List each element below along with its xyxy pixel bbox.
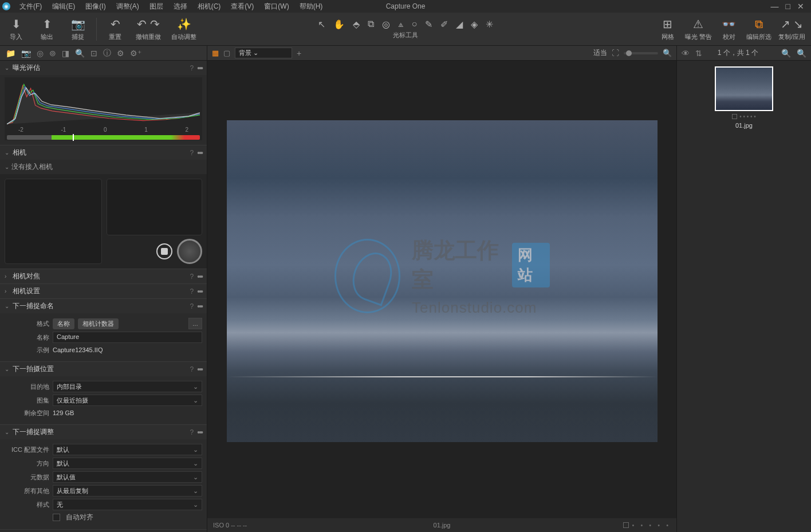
color-tag-icon[interactable] — [623, 522, 629, 528]
record-button[interactable] — [156, 243, 172, 259]
tab-exposure-icon[interactable]: ◨ — [62, 49, 69, 58]
brush-tool-icon[interactable]: ✎ — [425, 19, 432, 30]
zoom-slider[interactable] — [624, 52, 658, 54]
menu-select[interactable]: 选择 — [169, 1, 192, 13]
help-icon[interactable]: ? — [190, 428, 194, 436]
hand-tool-icon[interactable]: ✋ — [333, 19, 345, 30]
help-icon[interactable]: ? — [190, 273, 194, 281]
section-header[interactable]: ⌄ 相机 ? ••• — [0, 145, 207, 160]
exposure-bar[interactable] — [7, 135, 200, 140]
menu-image[interactable]: 图像(I) — [81, 1, 110, 13]
help-icon[interactable]: ? — [190, 365, 194, 373]
help-icon[interactable]: ? — [190, 149, 194, 157]
token-name[interactable]: 名称 — [53, 318, 74, 329]
orient-select[interactable]: 默认 — [53, 458, 202, 469]
minimize-icon[interactable]: — — [771, 2, 779, 11]
more-icon[interactable]: ••• — [197, 302, 202, 311]
menu-camera[interactable]: 相机(C) — [193, 1, 226, 13]
eraser-tool-icon[interactable]: ✐ — [440, 19, 448, 30]
icc-select[interactable]: 默认 — [53, 444, 202, 455]
tab-settings-icon[interactable]: ⚙ — [117, 49, 124, 58]
mask-tool-icon[interactable]: ◈ — [471, 19, 478, 30]
section-header[interactable]: ⌄ 曝光评估 ? ••• — [0, 61, 207, 75]
token-counter[interactable]: 相机计数器 — [78, 318, 119, 329]
import-button[interactable]: ⬇导入 — [6, 17, 26, 41]
menu-adjust[interactable]: 调整(A) — [112, 1, 144, 13]
crop-tool-icon[interactable]: ⧉ — [368, 19, 374, 30]
single-view-icon[interactable]: ▢ — [223, 49, 230, 57]
section-header[interactable]: › 相机对焦 ? ••• — [0, 269, 207, 283]
tab-color-icon[interactable]: ⊚ — [49, 49, 56, 58]
thumbnail-item[interactable]: • • • • • 01.jpg — [714, 66, 774, 129]
add-layer-icon[interactable]: + — [297, 49, 301, 58]
exposure-marker[interactable] — [73, 134, 74, 141]
menu-file[interactable]: 文件(F) — [15, 1, 46, 13]
collection-select[interactable]: 仅最近拍摄 — [53, 395, 202, 406]
section-header[interactable]: › 相机设置 ? ••• — [0, 284, 207, 298]
shape-tool-icon[interactable]: ○ — [412, 19, 418, 30]
section-header[interactable]: ⌄ 下一拍摄位置 ? ••• — [0, 362, 207, 376]
space-label: 剩余空间 — [5, 409, 49, 417]
menu-help[interactable]: 帮助(H) — [295, 1, 328, 13]
menu-edit[interactable]: 编辑(E) — [48, 1, 80, 13]
zoom-in-icon[interactable]: 🔍 — [663, 49, 672, 57]
help-icon[interactable]: ? — [190, 287, 194, 295]
more-icon[interactable]: ••• — [197, 272, 202, 281]
tab-details-icon[interactable]: ⊡ — [90, 49, 97, 58]
section-header[interactable]: ⌄ 下一捕捉命名 ? ••• — [0, 299, 207, 313]
style-select[interactable]: 无 — [53, 499, 202, 510]
help-icon[interactable]: ? — [190, 64, 194, 72]
tab-library-icon[interactable]: 📁 — [6, 49, 15, 58]
loading-icon[interactable]: ✳ — [486, 19, 493, 30]
pointer-tool-icon[interactable]: ↖ — [318, 19, 325, 30]
grid-view-icon[interactable]: ▦ — [212, 49, 219, 57]
capture-button[interactable]: 📷捕捉 — [68, 17, 88, 41]
keystone-tool-icon[interactable]: ⟁ — [398, 19, 404, 30]
more-icon[interactable]: ••• — [197, 64, 202, 73]
shutter-button[interactable] — [177, 239, 202, 264]
tab-info-icon[interactable]: ⓘ — [103, 48, 111, 58]
more-icon[interactable]: ••• — [197, 365, 202, 374]
format-more-button[interactable]: … — [188, 318, 202, 329]
maximize-icon[interactable]: □ — [786, 2, 790, 11]
spot-tool-icon[interactable]: ◎ — [382, 19, 390, 30]
meta-select[interactable]: 默认值 — [53, 471, 202, 483]
layer-select[interactable]: 背景 ⌄ — [235, 48, 292, 58]
browser-zoom-icon[interactable]: 🔍 — [781, 49, 791, 58]
export-button[interactable]: ⬆输出 — [37, 17, 57, 41]
help-icon[interactable]: ? — [190, 302, 194, 310]
tab-search-icon[interactable]: 🔍 — [75, 49, 85, 58]
gradient-tool-icon[interactable]: ◢ — [456, 19, 463, 30]
other-select[interactable]: 从最后复制 — [53, 485, 202, 496]
reset-button[interactable]: ↶重置 — [105, 17, 125, 41]
tab-lens-icon[interactable]: ◎ — [37, 49, 44, 58]
more-icon[interactable]: ••• — [197, 428, 202, 437]
fit-icon[interactable]: ⛶ — [612, 49, 619, 57]
sort-icon[interactable]: ⇅ — [695, 49, 702, 58]
name-input[interactable]: Capture — [53, 332, 202, 343]
copy-apply-button[interactable]: ↗ ↘复制/应用 — [778, 17, 805, 41]
browser-search-icon[interactable]: 🔍 — [797, 49, 806, 58]
exposure-warning-button[interactable]: ⚠曝光 警告 — [685, 17, 712, 41]
tab-process-icon[interactable]: ⚙⁺ — [130, 49, 141, 58]
thumbnail-rating[interactable]: • • • • • — [732, 113, 756, 120]
tab-capture-icon[interactable]: 📷 — [21, 49, 31, 58]
edit-all-button[interactable]: ⧉编辑所选 — [746, 17, 771, 41]
section-header[interactable]: ⌄ 下一捕捉调整 ? ••• — [0, 425, 207, 439]
rating-dots[interactable]: • • • • • — [632, 522, 671, 529]
menu-window[interactable]: 窗口(W) — [259, 1, 293, 13]
more-icon[interactable]: ••• — [197, 287, 202, 296]
canvas[interactable]: 腾龙工作室网站 Tenlonstudio.com — [207, 61, 676, 518]
rotate-tool-icon[interactable]: ⬘ — [353, 19, 360, 30]
proof-button[interactable]: 👓校对 — [719, 17, 739, 41]
dest-select[interactable]: 内部目录 — [53, 381, 202, 392]
menu-layer[interactable]: 图层 — [145, 1, 168, 13]
grid-button[interactable]: ⊞网格 — [658, 17, 678, 41]
autoalign-checkbox[interactable] — [53, 514, 60, 521]
menu-view[interactable]: 查看(V) — [226, 1, 258, 13]
undo-redo-button[interactable]: ↶ ↷撤销重做 — [136, 17, 161, 41]
auto-adjust-button[interactable]: ✨自动调整 — [171, 17, 196, 41]
close-icon[interactable]: ✕ — [797, 2, 804, 11]
eye-icon[interactable]: 👁 — [682, 49, 690, 58]
more-icon[interactable]: ••• — [197, 148, 202, 157]
